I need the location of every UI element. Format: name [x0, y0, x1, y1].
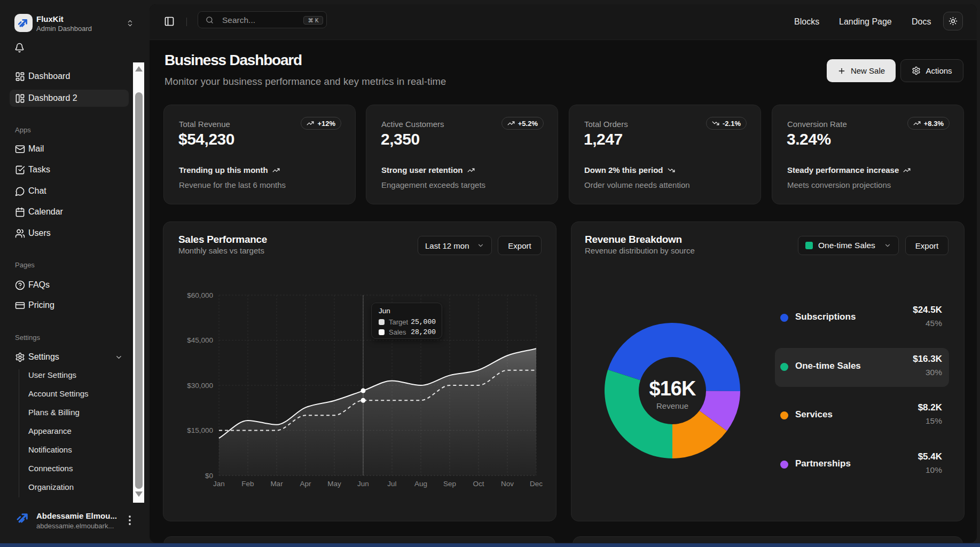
svg-text:Apr: Apr: [300, 480, 311, 488]
svg-text:$45,000: $45,000: [187, 336, 213, 344]
svg-text:Nov: Nov: [501, 480, 514, 488]
svg-text:Feb: Feb: [241, 480, 254, 488]
svg-text:$60,000: $60,000: [187, 291, 213, 299]
svg-text:May: May: [327, 480, 341, 488]
svg-text:Mar: Mar: [270, 480, 283, 488]
svg-text:$30,000: $30,000: [187, 382, 213, 390]
svg-text:Jan: Jan: [213, 480, 225, 488]
svg-text:$0: $0: [205, 472, 213, 480]
svg-text:$15,000: $15,000: [187, 426, 213, 434]
svg-text:Dec: Dec: [530, 480, 543, 488]
svg-text:Aug: Aug: [414, 480, 427, 488]
svg-text:Jun: Jun: [357, 480, 369, 488]
svg-text:Jul: Jul: [387, 480, 396, 488]
svg-text:Sep: Sep: [443, 480, 456, 488]
svg-text:Oct: Oct: [473, 480, 484, 488]
